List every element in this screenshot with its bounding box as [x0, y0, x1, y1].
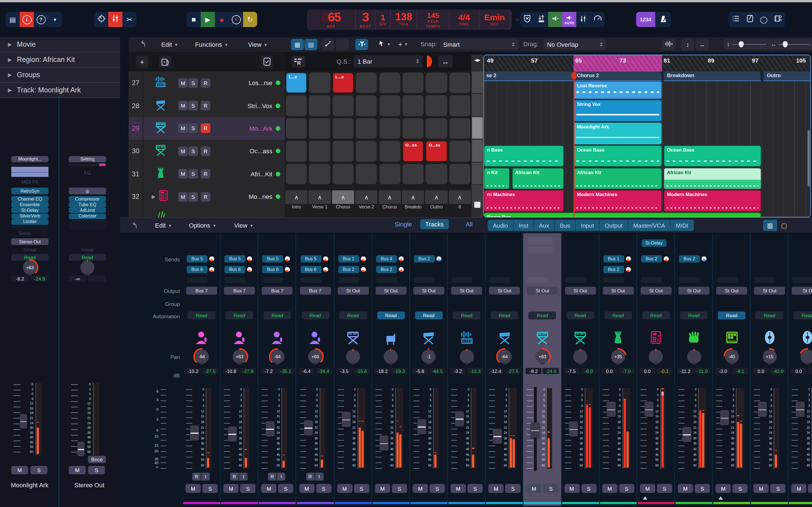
send-slot[interactable]: Bus 1 — [338, 255, 359, 263]
input-monitor-button[interactable]: I — [239, 473, 248, 481]
send-slot[interactable]: Bus 6 — [187, 266, 207, 273]
send-knob[interactable] — [702, 256, 707, 262]
metronome-button[interactable] — [655, 12, 671, 27]
output-slot[interactable]: St Out — [489, 287, 520, 295]
input-monitor-button[interactable]: I — [315, 473, 323, 481]
lcd-tick[interactable]: 138TICK — [391, 10, 417, 30]
peak-value[interactable]: -24.9 — [31, 276, 49, 282]
fader-cap[interactable] — [645, 402, 654, 417]
send-knob[interactable] — [323, 267, 328, 272]
mixer-channel-4[interactable]: Bus 5Bus 6Bus 7Read+63-6.4-34.4036912151… — [296, 233, 334, 506]
loop-cell-filled[interactable]: L...e — [333, 73, 354, 93]
send-slot[interactable]: Bus 5 — [224, 255, 245, 263]
level-value[interactable]: -8.2 — [11, 276, 29, 282]
tuner-icon[interactable] — [94, 12, 108, 27]
loop-cell[interactable] — [356, 118, 377, 139]
level-value[interactable]: -10.8 — [223, 368, 239, 374]
scene-trigger[interactable]: ∧ — [355, 190, 377, 204]
region-n-kit[interactable]: n Kit — [484, 168, 509, 189]
level-value[interactable]: -12.4 — [488, 368, 504, 374]
fader-track[interactable] — [458, 387, 461, 471]
master-mute-button[interactable]: M — [69, 466, 86, 474]
solo-button[interactable]: S — [467, 484, 483, 493]
loop-cell[interactable] — [379, 73, 400, 93]
fader-track[interactable] — [762, 387, 764, 471]
mixer-channel-14[interactable]: Bus 2St OutRead-11.2-11.0036912151821243… — [675, 233, 713, 506]
track-on-indicator[interactable] — [276, 149, 280, 154]
lcd-time[interactable]: 4/4TIME — [449, 10, 479, 30]
arrange-scrollbar[interactable] — [808, 130, 810, 186]
loop-cell[interactable] — [449, 96, 470, 116]
inspector-section-0[interactable]: ▶Movie — [0, 37, 120, 52]
send-knob[interactable] — [399, 256, 404, 262]
solo-button[interactable]: S — [505, 484, 520, 493]
capture-record-button[interactable]: ● — [229, 12, 243, 27]
flex-icon[interactable] — [336, 39, 349, 50]
send-slot[interactable]: Bus 2 — [338, 266, 359, 273]
output-slot[interactable]: St Out — [754, 287, 785, 295]
mute-button[interactable]: M — [413, 484, 428, 493]
output-slot[interactable]: St Out — [603, 287, 633, 295]
mixer-channel-5[interactable]: Bus 1Bus 2St OutRead-3.5-15.603691215182… — [334, 233, 372, 506]
mute-button[interactable]: M — [716, 484, 731, 493]
loop-cell[interactable] — [379, 96, 400, 116]
automation-mode-button[interactable]: Read — [680, 312, 708, 320]
solo-button[interactable]: S — [543, 484, 559, 493]
send-slot[interactable]: Bus 6 — [300, 266, 321, 273]
automation-mode-button[interactable]: Read — [794, 312, 812, 320]
fader-cap[interactable] — [455, 411, 464, 426]
region-african-kit[interactable]: African Kit — [573, 168, 662, 189]
loop-cell[interactable] — [356, 141, 377, 161]
mute-button[interactable]: M — [178, 192, 188, 202]
pan-knob[interactable] — [345, 348, 361, 367]
loop-cell[interactable] — [309, 96, 331, 116]
region-african-kit[interactable]: African Kit — [663, 168, 761, 189]
audio-fx-insert[interactable]: St-Delay — [642, 239, 666, 247]
pointer-tool[interactable]: ▼ — [378, 40, 391, 48]
mixer-filter-bus[interactable]: Bus — [555, 220, 576, 231]
drag-dropdown[interactable]: No Overlap⇕ — [544, 39, 607, 50]
lcd-bar[interactable]: 065BAR — [307, 10, 356, 30]
quick-help-icon[interactable]: i — [20, 12, 34, 27]
list-editors-icon[interactable] — [728, 12, 743, 27]
send-slot[interactable]: Bus 5 — [262, 255, 283, 263]
send-slot[interactable]: Bus 2 — [641, 255, 662, 263]
input-monitor-button[interactable]: I — [201, 473, 210, 481]
fader-track[interactable] — [345, 387, 348, 471]
fader-cap[interactable] — [379, 436, 389, 451]
loop-cell-filled[interactable]: L...e — [286, 73, 307, 93]
peak-value[interactable] — [88, 276, 106, 282]
level-sliders-icon[interactable] — [576, 12, 591, 27]
library-icon[interactable]: ▤ — [6, 12, 20, 27]
automation-icon[interactable] — [321, 39, 335, 50]
catch-playhead-icon[interactable] — [355, 39, 368, 50]
mute-button[interactable]: M — [451, 484, 466, 493]
automation-mode-button[interactable]: Read — [642, 312, 670, 320]
fader-cap[interactable] — [266, 421, 275, 436]
lcd-tempo[interactable]: 145KEEPTEMPO — [417, 10, 449, 30]
mute-button[interactable]: M — [186, 484, 201, 493]
automation-mode-button[interactable]: Read — [188, 312, 215, 320]
track-row-27[interactable]: 27MSRLos...rse — [129, 71, 285, 95]
send-knob[interactable] — [399, 267, 404, 272]
solo-button[interactable]: S — [581, 484, 596, 493]
mute-button[interactable]: M — [754, 484, 769, 493]
divider-row-cell[interactable] — [472, 117, 483, 139]
track-on-indicator[interactable] — [276, 194, 280, 199]
mixer-channel-12[interactable]: Bus 1Bus 2St OutRead+350.0-7.00369121518… — [599, 233, 637, 506]
play-triangle-icon[interactable]: ▶ — [152, 194, 156, 200]
mixer-options-menu[interactable]: Options▼ — [189, 221, 216, 230]
solo-button[interactable]: S — [619, 484, 634, 493]
loop-cell[interactable] — [379, 141, 400, 161]
ruler[interactable]: 49576573818997105 — [484, 55, 810, 71]
scissors-icon[interactable]: ✂ — [122, 12, 137, 27]
punch-icon[interactable] — [534, 12, 548, 27]
output-slot[interactable]: St Out — [527, 287, 558, 295]
solo-button[interactable]: S — [188, 169, 198, 179]
scene-trigger[interactable]: ∧ — [378, 190, 401, 204]
pan-knob[interactable] — [686, 348, 702, 367]
output-slot[interactable]: St Out — [413, 287, 444, 295]
stereo-format-button[interactable]: ◎ — [69, 187, 106, 194]
vertical-zoom-icon[interactable]: ↕ — [681, 39, 694, 50]
record-button[interactable]: R — [306, 473, 314, 481]
